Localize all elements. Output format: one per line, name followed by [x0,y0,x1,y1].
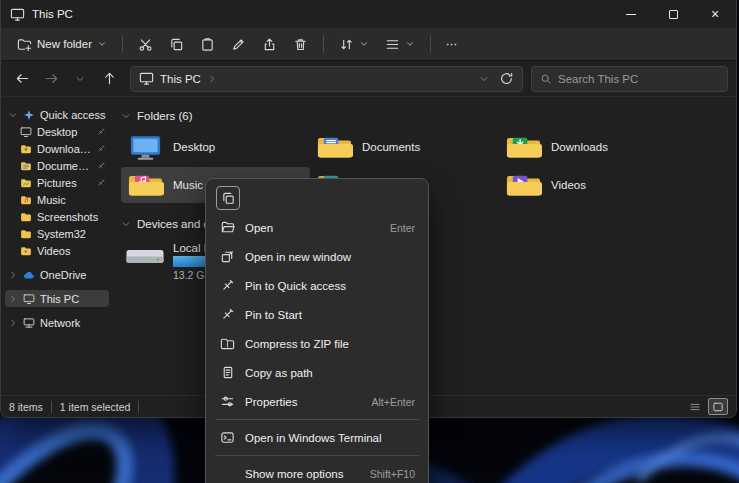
chevron-right-icon [207,74,217,84]
sidebar-item-pictures[interactable]: Pictures [5,174,109,191]
sidebar-item-quick-access[interactable]: Quick access [5,106,109,123]
folders-section-header[interactable]: Folders (6) [121,107,728,125]
close-icon: × [711,7,719,21]
folder-tile-desktop[interactable]: Desktop [121,129,310,165]
this-pc-window-icon [10,7,25,22]
chevron-right-icon [8,294,18,304]
menu-item-open-in-windows-terminal[interactable]: Open in Windows Terminal [210,423,424,452]
desktop-icon [20,126,32,138]
menu-item-show-more-options[interactable]: Show more options Shift+F10 [210,459,424,483]
sidebar-item-music[interactable]: Music [5,191,109,208]
copy-quick-button[interactable] [216,186,240,210]
chevron-down-icon [8,110,18,120]
properties-icon [219,394,235,409]
sidebar-group-gap [5,259,109,266]
open-new-window-icon [219,249,235,264]
up-button[interactable] [96,66,122,92]
view-toggle-group [685,398,728,415]
sidebar-item-downloads[interactable]: Downloads [5,140,109,157]
view-button[interactable] [378,31,422,58]
downloads-icon [505,132,542,162]
title-bar[interactable]: This PC × [1,0,736,28]
search-placeholder: Search This PC [558,73,638,85]
menu-item-open-in-new-window[interactable]: Open in new window [210,242,424,271]
up-icon [102,71,117,86]
delete-button[interactable] [286,31,315,58]
copy-path-icon [219,365,235,380]
sidebar-item-label: Quick access [40,109,106,121]
sidebar-item-this-pc[interactable]: This PC [5,290,109,307]
copy-button[interactable] [162,31,191,58]
folder-tile-label: Desktop [173,141,215,153]
delete-icon [293,37,308,52]
forward-button[interactable] [38,66,64,92]
sidebar-item-onedrive[interactable]: OneDrive [5,266,109,283]
address-bar[interactable]: This PC [130,66,523,92]
downloads-folder-icon [20,143,32,155]
forward-icon [44,71,59,86]
menu-item-copy-as-path[interactable]: Copy as path [210,358,424,387]
rename-button[interactable] [224,31,253,58]
sidebar-item-videos[interactable]: Videos [5,242,109,259]
status-separator [51,401,52,413]
chevron-right-icon [8,318,18,328]
sidebar-item-desktop[interactable]: Desktop [5,123,109,140]
terminal-icon [219,430,235,445]
folder-tile-documents[interactable]: Documents [310,129,499,165]
sort-icon [339,37,354,52]
menu-item-pin-to-quick-access[interactable]: Pin to Quick access [210,271,424,300]
selection-count: 1 item selected [60,401,131,413]
quick-access-star-icon [23,109,35,121]
zip-icon [219,336,235,351]
maximize-button[interactable] [652,0,694,28]
pin-icon [219,278,235,293]
sidebar-item-screenshots[interactable]: Screenshots [5,208,109,225]
details-view-icon [689,401,701,413]
thumbnail-view-icon [712,401,724,413]
pin-icon [219,307,235,322]
menu-item-properties[interactable]: Properties Alt+Enter [210,387,424,416]
videos-folder-icon [20,245,32,257]
navigation-pane: Quick access Desktop Down [1,97,113,395]
folder-tile-videos[interactable]: Videos [499,167,688,203]
chevron-down-icon[interactable] [479,74,489,84]
cut-button[interactable] [131,31,160,58]
paste-button[interactable] [193,31,222,58]
minimize-button[interactable] [610,0,652,28]
sidebar-item-label: Screenshots [37,211,106,223]
back-button[interactable] [9,66,35,92]
menu-item-open[interactable]: Open Enter [210,213,424,242]
network-icon [23,317,35,329]
sidebar-item-documents[interactable]: Documents [5,157,109,174]
sidebar-item-label: Videos [37,245,106,257]
breadcrumb[interactable]: This PC [160,73,201,85]
open-icon [219,220,235,235]
chevron-down-icon [121,111,131,121]
search-box[interactable]: Search This PC [531,66,728,92]
sidebar-item-system32[interactable]: System32 [5,225,109,242]
details-view-button[interactable] [685,398,705,415]
folder-tile-downloads[interactable]: Downloads [499,129,688,165]
new-folder-icon [17,37,32,52]
shortcut-hint: Enter [390,222,415,234]
see-more-button[interactable]: ⋯ [439,31,465,58]
new-folder-button[interactable]: New folder [10,31,114,58]
thumbnail-view-button[interactable] [708,398,728,415]
toolbar-separator [122,35,123,53]
cut-icon [138,37,153,52]
sidebar-item-network[interactable]: Network [5,314,109,331]
chevron-down-icon [97,39,107,49]
menu-item-pin-to-start[interactable]: Pin to Start [210,300,424,329]
sort-button[interactable] [332,31,376,58]
pin-icon [96,127,106,137]
refresh-icon[interactable] [499,71,514,86]
documents-icon [316,132,353,162]
share-button[interactable] [255,31,284,58]
sidebar-item-label: Downloads [37,143,91,155]
menu-item-compress-to-zip[interactable]: Compress to ZIP file [210,329,424,358]
desktop-screen: This PC × New folder [0,0,739,483]
sidebar-item-label: System32 [37,228,106,240]
recent-locations-button[interactable] [67,66,93,92]
close-button[interactable]: × [694,0,736,28]
item-count: 8 items [9,401,43,413]
